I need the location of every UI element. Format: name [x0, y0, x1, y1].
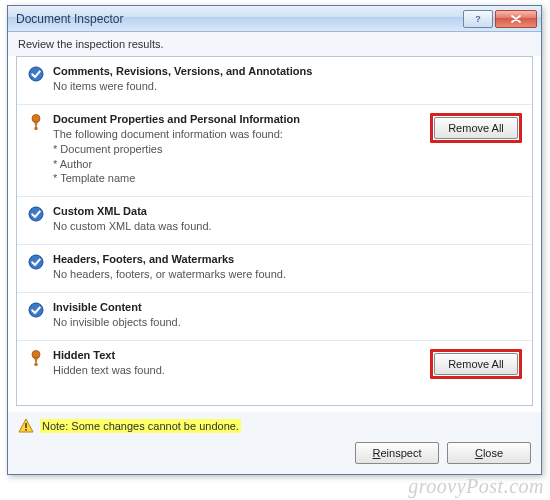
section-action-col: Remove All — [424, 349, 522, 379]
section-title: Hidden Text — [53, 349, 416, 361]
reinspect-button[interactable]: Reinspect — [355, 442, 439, 464]
results-panel: Comments, Revisions, Versions, and Annot… — [16, 56, 533, 406]
status-ok — [27, 65, 45, 82]
svg-rect-9 — [25, 423, 27, 428]
check-icon — [28, 254, 44, 270]
section-description: No headers, footers, or watermarks were … — [53, 267, 416, 282]
status-ok — [27, 205, 45, 222]
status-ok — [27, 301, 45, 318]
svg-point-4 — [29, 207, 43, 221]
titlebar: Document Inspector ? — [8, 6, 541, 32]
section-action-col: Remove All — [424, 113, 522, 143]
svg-point-8 — [35, 363, 38, 366]
alert-icon — [29, 350, 43, 366]
section-text: Headers, Footers, and WatermarksNo heade… — [53, 253, 416, 282]
section-description: No items were found. — [53, 79, 416, 94]
inspection-section: Document Properties and Personal Informa… — [17, 105, 532, 197]
inspection-section: Comments, Revisions, Versions, and Annot… — [17, 57, 532, 105]
footer-buttons: Reinspect Close — [18, 442, 531, 464]
warning-icon — [18, 418, 34, 434]
inspection-section: Custom XML DataNo custom XML data was fo… — [17, 197, 532, 245]
svg-point-3 — [35, 127, 38, 130]
svg-point-1 — [29, 67, 43, 81]
inspection-section: Headers, Footers, and WatermarksNo heade… — [17, 245, 532, 293]
status-ok — [27, 253, 45, 270]
section-text: Comments, Revisions, Versions, and Annot… — [53, 65, 416, 94]
check-icon — [28, 302, 44, 318]
dialog-footer: Note: Some changes cannot be undone. Rei… — [8, 412, 541, 474]
section-title: Invisible Content — [53, 301, 416, 313]
section-description: No invisible objects found. — [53, 315, 416, 330]
action-highlight: Remove All — [430, 113, 522, 143]
inspection-section: Invisible ContentNo invisible objects fo… — [17, 293, 532, 341]
remove-all-button[interactable]: Remove All — [434, 117, 518, 139]
window-close-button[interactable] — [495, 10, 537, 28]
note-row: Note: Some changes cannot be undone. — [18, 418, 531, 434]
dialog-subtitle: Review the inspection results. — [8, 32, 541, 56]
section-title: Document Properties and Personal Informa… — [53, 113, 416, 125]
help-button[interactable]: ? — [463, 10, 493, 28]
status-warning — [27, 349, 45, 366]
document-inspector-dialog: Document Inspector ? Review the inspecti… — [7, 5, 542, 475]
note-text: Note: Some changes cannot be undone. — [40, 419, 241, 433]
svg-point-6 — [29, 303, 43, 317]
section-description: The following document information was f… — [53, 127, 416, 186]
section-text: Invisible ContentNo invisible objects fo… — [53, 301, 416, 330]
action-highlight: Remove All — [430, 349, 522, 379]
section-text: Document Properties and Personal Informa… — [53, 113, 416, 186]
svg-text:?: ? — [475, 14, 481, 24]
check-icon — [28, 206, 44, 222]
help-icon: ? — [473, 14, 483, 24]
svg-rect-10 — [25, 429, 27, 431]
section-title: Custom XML Data — [53, 205, 416, 217]
close-button[interactable]: Close — [447, 442, 531, 464]
watermark: groovyPost.com — [408, 475, 544, 498]
status-warning — [27, 113, 45, 130]
section-title: Comments, Revisions, Versions, and Annot… — [53, 65, 416, 77]
section-text: Hidden TextHidden text was found. — [53, 349, 416, 378]
svg-point-5 — [29, 255, 43, 269]
close-icon — [510, 14, 522, 24]
section-title: Headers, Footers, and Watermarks — [53, 253, 416, 265]
section-text: Custom XML DataNo custom XML data was fo… — [53, 205, 416, 234]
alert-icon — [29, 114, 43, 130]
remove-all-button[interactable]: Remove All — [434, 353, 518, 375]
check-icon — [28, 66, 44, 82]
section-description: No custom XML data was found. — [53, 219, 416, 234]
window-title: Document Inspector — [16, 12, 461, 26]
inspection-section: Hidden TextHidden text was found.Remove … — [17, 341, 532, 389]
section-description: Hidden text was found. — [53, 363, 416, 378]
